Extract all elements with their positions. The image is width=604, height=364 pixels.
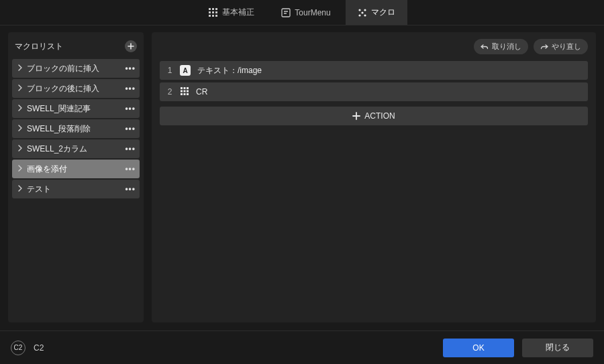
undo-icon (481, 43, 489, 51)
macro-item[interactable]: SWELL_2カラム••• (12, 139, 140, 158)
step-label: テキスト：/image (197, 65, 262, 76)
macro-item-menu[interactable]: ••• (125, 184, 136, 194)
svg-rect-17 (187, 87, 189, 89)
tab-label: TourMenu (295, 8, 330, 17)
macro-item[interactable]: テスト••• (12, 180, 140, 198)
tab-macro[interactable]: マクロ (346, 0, 407, 25)
step-number: 1 (166, 66, 173, 75)
plus-icon (352, 112, 360, 120)
macro-item[interactable]: SWELL_段落削除••• (12, 119, 140, 138)
undo-label: 取り消し (492, 42, 521, 52)
macro-item-menu[interactable]: ••• (125, 164, 136, 174)
c2-badge-text: C2 (14, 344, 23, 351)
svg-rect-16 (184, 87, 186, 89)
undo-button[interactable]: 取り消し (474, 39, 528, 54)
c2-badge[interactable]: C2 (11, 341, 26, 355)
add-macro-button[interactable] (125, 40, 137, 52)
tabs-bar: 基本補正 TourMenu マクロ (0, 0, 604, 25)
text-step-icon: A (180, 65, 191, 76)
svg-rect-15 (181, 87, 183, 89)
tab-label: マクロ (371, 7, 395, 18)
c2-label: C2 (34, 343, 44, 353)
redo-icon (540, 43, 548, 51)
macro-item-menu[interactable]: ••• (125, 144, 136, 154)
macro-item-label: SWELL_2カラム (27, 143, 121, 155)
svg-rect-22 (184, 93, 186, 95)
macro-item-label: テスト (27, 184, 121, 195)
svg-point-13 (364, 14, 366, 16)
macro-item-label: 画像を添付 (27, 164, 121, 175)
plus-icon (128, 43, 134, 50)
macro-icon (358, 8, 367, 17)
macro-item[interactable]: SWELL_関連記事••• (12, 99, 140, 118)
chevron-right-icon (17, 144, 23, 154)
macro-item[interactable]: ブロックの後に挿入••• (12, 79, 140, 98)
svg-rect-8 (215, 15, 217, 17)
close-label: 閉じる (546, 342, 570, 353)
chevron-right-icon (17, 84, 23, 93)
step-row[interactable]: 1Aテキスト：/image (160, 61, 588, 80)
svg-rect-2 (215, 8, 217, 10)
svg-point-10 (358, 9, 360, 11)
macro-item-menu[interactable]: ••• (125, 84, 136, 93)
sidebar: マクロリスト ブロックの前に挿入•••ブロックの後に挿入•••SWELL_関連記… (8, 32, 144, 322)
svg-rect-0 (209, 8, 211, 10)
add-action-label: ACTION (364, 111, 395, 121)
svg-rect-1 (212, 8, 214, 10)
macro-item-menu[interactable]: ••• (125, 64, 136, 73)
svg-rect-19 (184, 90, 186, 92)
step-number: 2 (166, 87, 173, 97)
tab-tourmenu[interactable]: TourMenu (269, 0, 342, 25)
chevron-right-icon (17, 64, 23, 73)
chevron-right-icon (17, 124, 23, 133)
svg-point-11 (364, 9, 366, 11)
tab-label: 基本補正 (222, 7, 254, 18)
svg-rect-7 (212, 15, 214, 17)
grid-icon (209, 8, 218, 17)
macro-item-label: SWELL_関連記事 (27, 103, 121, 115)
svg-rect-23 (187, 93, 189, 95)
tab-basic[interactable]: 基本補正 (197, 0, 266, 25)
ok-label: OK (472, 343, 484, 353)
svg-rect-9 (282, 9, 290, 17)
macro-item-menu[interactable]: ••• (125, 104, 136, 113)
svg-rect-3 (209, 11, 211, 13)
macro-item[interactable]: 画像を添付••• (12, 160, 140, 178)
add-action-button[interactable]: ACTION (160, 107, 588, 125)
content-toolbar: 取り消し やり直し (160, 39, 588, 54)
macro-item-label: SWELL_段落削除 (27, 123, 121, 135)
steps-list: 1Aテキスト：/image2CR (160, 61, 588, 104)
svg-rect-20 (187, 90, 189, 92)
macro-item[interactable]: ブロックの前に挿入••• (12, 59, 140, 78)
ok-button[interactable]: OK (443, 339, 514, 357)
step-label: CR (196, 87, 207, 97)
svg-rect-6 (209, 15, 211, 17)
tourmenu-icon (281, 8, 291, 17)
svg-rect-5 (215, 11, 217, 13)
keyboard-icon (180, 86, 189, 98)
step-row[interactable]: 2CR (160, 82, 588, 101)
macro-item-label: ブロックの後に挿入 (27, 83, 121, 95)
svg-point-12 (358, 14, 360, 16)
macro-list: ブロックの前に挿入•••ブロックの後に挿入•••SWELL_関連記事•••SWE… (8, 58, 144, 200)
sidebar-header: マクロリスト (8, 35, 144, 58)
svg-rect-18 (181, 90, 183, 92)
chevron-right-icon (17, 164, 23, 174)
content-panel: 取り消し やり直し 1Aテキスト：/image2CR ACTION (152, 32, 596, 322)
close-button[interactable]: 閉じる (522, 339, 593, 357)
macro-item-menu[interactable]: ••• (125, 124, 136, 133)
macro-item-label: ブロックの前に挿入 (27, 63, 121, 74)
footer: C2 C2 OK 閉じる (0, 330, 604, 364)
sidebar-title: マクロリスト (15, 41, 63, 52)
svg-rect-4 (212, 11, 214, 13)
main-area: マクロリスト ブロックの前に挿入•••ブロックの後に挿入•••SWELL_関連記… (0, 25, 604, 330)
svg-point-14 (361, 11, 363, 13)
svg-rect-21 (181, 93, 183, 95)
chevron-right-icon (17, 104, 23, 113)
redo-button[interactable]: やり直し (534, 39, 588, 54)
redo-label: やり直し (552, 42, 581, 52)
chevron-right-icon (17, 184, 23, 194)
